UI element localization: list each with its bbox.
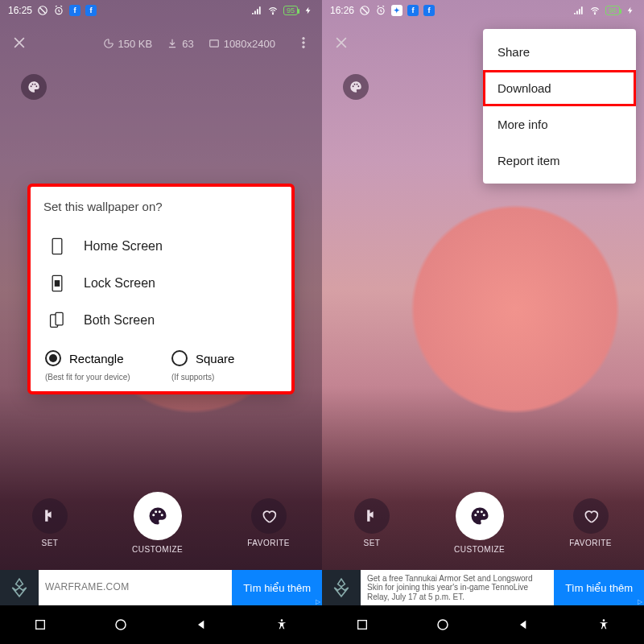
dialog-title: Set this wallpaper on? [43,200,279,213]
messenger-icon: ✦ [391,5,402,16]
shape-rectangle[interactable]: Rectangle [45,350,151,366]
svg-point-30 [474,514,477,516]
close-icon[interactable] [333,35,349,53]
palette-icon[interactable] [343,74,369,100]
facebook-icon: f [69,5,80,16]
ad-cta-button[interactable]: Tìm hiểu thêm [232,570,322,605]
overflow-menu: Share Download More info Report item [483,29,636,184]
wifi-icon [589,5,601,16]
action-label: CUSTOMIZE [132,545,183,554]
action-label: CUSTOMIZE [454,545,505,554]
svg-rect-3 [209,40,218,47]
menu-more-info[interactable]: More info [483,106,636,142]
both-screen-icon [48,312,66,329]
favorite-button[interactable]: FAVORITE [247,498,290,547]
ad-text: WARFRAME.COM [39,570,232,605]
svg-point-31 [477,510,479,513]
svg-rect-15 [56,312,63,325]
set-button[interactable]: SET [354,498,390,547]
facebook-icon-2: f [423,5,435,16]
option-label: Home Screen [84,239,163,254]
status-bar: 16:25 f f 95 [0,0,322,21]
file-size: 150 KB [103,38,153,50]
phone-right: 16:26 ✦ f f 96 150 KB Share Download Mor… [322,0,644,644]
customize-button[interactable]: CUSTOMIZE [132,492,183,554]
radio-unselected-icon [171,350,188,366]
menu-report[interactable]: Report item [483,142,636,179]
svg-point-2 [272,14,273,14]
radio-selected-icon [45,350,61,366]
svg-point-35 [438,620,448,630]
ad-cta-button[interactable]: Tìm hiểu thêm [554,570,644,605]
resolution-info: 1080x2400 [208,38,275,50]
status-bar: 16:26 ✦ f f 96 [322,0,644,21]
ad-banner[interactable]: Get a free Tannukai Armor Set and Longsw… [322,570,644,605]
customize-button[interactable]: CUSTOMIZE [454,492,505,554]
set-button[interactable]: SET [32,498,68,547]
svg-rect-20 [36,621,45,630]
svg-point-4 [303,37,305,39]
nav-accessibility-icon[interactable] [273,616,291,634]
option-label: Lock Screen [84,276,155,291]
facebook-icon: f [407,5,419,16]
svg-point-5 [303,41,305,43]
option-both-screen[interactable]: Both Screen [43,302,279,339]
nav-back-icon[interactable] [514,616,532,634]
svg-rect-11 [52,238,62,254]
ad-banner[interactable]: WARFRAME.COM Tìm hiểu thêm [0,570,322,605]
close-icon[interactable] [11,35,27,53]
android-nav-bar [0,605,322,644]
svg-point-6 [303,45,305,47]
status-time: 16:25 [8,5,32,16]
svg-point-10 [35,85,37,87]
wifi-icon [267,5,279,16]
svg-point-8 [32,84,34,85]
nav-home-icon[interactable] [112,616,130,634]
nav-recent-icon[interactable] [353,616,371,634]
svg-point-18 [158,510,160,513]
action-label: SET [42,539,59,547]
svg-point-16 [152,514,155,516]
option-lock-screen[interactable]: Lock Screen [43,265,279,302]
svg-point-36 [603,619,605,621]
ad-text: Get a free Tannukai Armor Set and Longsw… [361,570,554,605]
svg-point-32 [480,510,482,513]
bottom-action-row: SET CUSTOMIZE FAVORITE [0,492,322,554]
more-icon[interactable] [296,35,311,52]
bolt-icon [625,5,636,16]
shape-label: Square [196,352,234,365]
shape-label: Rectangle [69,352,124,365]
alarm-icon [375,5,386,16]
lock-phone-icon [48,275,66,292]
action-label: FAVORITE [569,539,612,547]
svg-point-26 [353,85,354,87]
option-label: Both Screen [84,313,155,328]
hint-rectangle: (Best fit for your device) [45,373,151,382]
svg-point-33 [482,514,485,516]
nav-home-icon[interactable] [434,616,452,634]
svg-point-21 [116,620,126,630]
palette-icon[interactable] [21,74,47,100]
svg-rect-13 [55,281,59,286]
set-wallpaper-dialog: Set this wallpaper on? Home Screen Lock … [29,185,293,393]
nav-recent-icon[interactable] [31,616,49,634]
nav-back-icon[interactable] [192,616,210,634]
menu-share[interactable]: Share [483,34,636,70]
hint-square: (If supports) [171,373,277,382]
ad-logo-icon [0,570,39,605]
dnd-icon [359,5,370,16]
svg-point-27 [354,84,356,85]
battery-indicator: 96 [605,6,620,15]
bolt-icon [303,5,314,16]
action-label: FAVORITE [247,539,290,547]
favorite-button[interactable]: FAVORITE [569,498,612,547]
nav-accessibility-icon[interactable] [595,616,613,634]
option-home-screen[interactable]: Home Screen [43,228,279,265]
svg-point-25 [594,14,595,14]
svg-point-17 [155,510,157,513]
ad-logo-icon [322,570,361,605]
signal-icon [251,5,262,16]
download-count: 63 [167,38,193,50]
menu-download[interactable]: Download [483,70,636,106]
shape-square[interactable]: Square [171,350,277,366]
